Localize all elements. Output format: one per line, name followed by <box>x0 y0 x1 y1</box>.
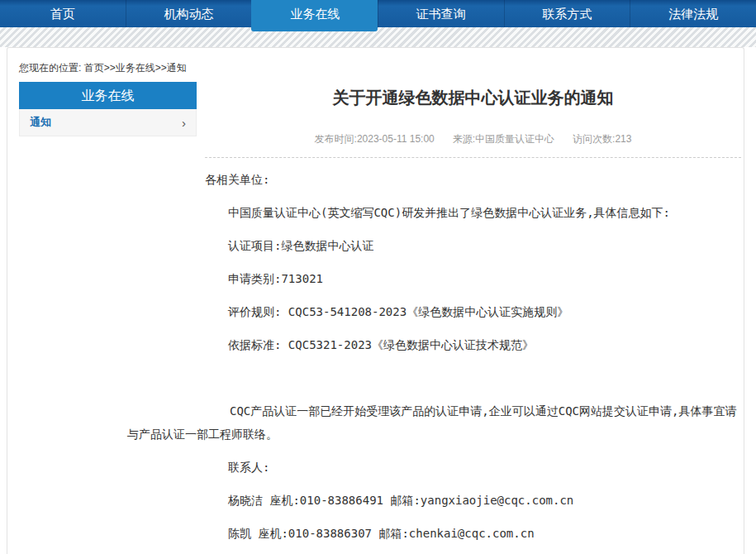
article-paragraph: 申请类别:713021 <box>205 267 741 290</box>
breadcrumb-trail[interactable]: 首页>>业务在线>>通知 <box>84 62 187 74</box>
nav-item[interactable]: 业务在线 <box>251 0 378 31</box>
article-title: 关于开通绿色数据中心认证业务的通知 <box>205 48 741 109</box>
breadcrumb-label: 您现在的位置: <box>19 62 81 74</box>
article-meta: 发布时间:2023-05-11 15:00来源:中国质量认证中心访问次数:213 <box>205 132 741 158</box>
article-paragraph: CQC产品认证一部已经开始受理该产品的认证申请,企业可以通过CQC网站提交认证申… <box>127 399 743 446</box>
article-paragraph: 杨晓洁 座机:010-83886491 邮箱:yangxiaojie@cqc.c… <box>205 489 741 512</box>
header-texture-strip <box>0 27 756 47</box>
article-paragraph: 各相关单位: <box>205 168 741 191</box>
meta-item: 访问次数:213 <box>573 133 631 145</box>
nav-item[interactable]: 首页 <box>0 0 126 27</box>
article: 关于开通绿色数据中心认证业务的通知 发布时间:2023-05-11 15:00来… <box>205 48 741 545</box>
article-paragraph <box>205 366 741 389</box>
article-paragraph: 中国质量认证中心(英文缩写CQC)研发并推出了绿色数据中心认证业务,具体信息如下… <box>205 201 741 224</box>
meta-item: 来源:中国质量认证中心 <box>453 133 554 145</box>
sidebar-item-label: 通知 <box>30 115 51 130</box>
sidebar-header: 业务在线 <box>19 82 197 109</box>
sidebar-items: 通知 › <box>19 109 197 136</box>
main-panel: 您现在的位置: 首页>>业务在线>>通知 业务在线 通知 › 关于开通绿色数据中… <box>7 47 744 554</box>
sidebar-item-notice[interactable]: 通知 › <box>19 109 197 136</box>
top-navigation: 首页机构动态业务在线证书查询联系方式法律法规 <box>0 0 756 27</box>
nav-item[interactable]: 机构动态 <box>126 0 252 27</box>
meta-item: 发布时间:2023-05-11 15:00 <box>315 133 435 145</box>
article-paragraph: 联系人: <box>205 456 741 479</box>
article-paragraph: 依据标准: CQC5321-2023《绿色数据中心认证技术规范》 <box>205 333 741 356</box>
breadcrumb: 您现在的位置: 首页>>业务在线>>通知 <box>19 61 187 75</box>
nav-item[interactable]: 联系方式 <box>504 0 630 27</box>
nav-item[interactable]: 证书查询 <box>378 0 504 27</box>
article-body: 各相关单位:中国质量认证中心(英文缩写CQC)研发并推出了绿色数据中心认证业务,… <box>205 168 741 545</box>
article-paragraph: 评价规则: CQC53-541208-2023《绿色数据中心认证实施规则》 <box>205 300 741 323</box>
article-paragraph: 陈凯 座机:010-83886307 邮箱:chenkai@cqc.com.cn <box>205 522 741 545</box>
article-paragraph: 认证项目:绿色数据中心认证 <box>205 234 741 257</box>
chevron-right-icon: › <box>182 117 186 129</box>
sidebar: 业务在线 通知 › <box>19 82 197 136</box>
nav-item[interactable]: 法律法规 <box>630 0 756 27</box>
